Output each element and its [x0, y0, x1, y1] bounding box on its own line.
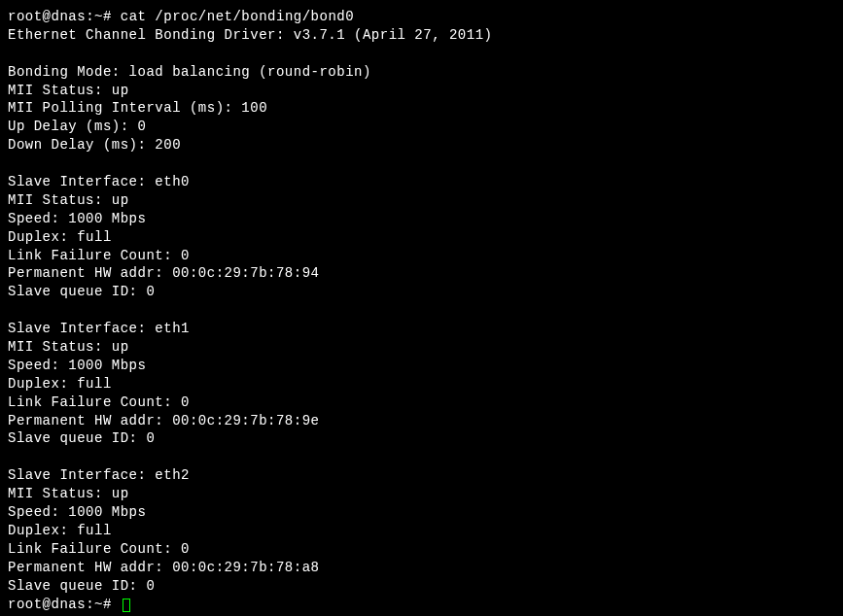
slave-hw-addr: Permanent HW addr: 00:0c:29:7b:78:9e: [8, 412, 835, 430]
slave-duplex: Duplex: full: [8, 375, 835, 394]
prompt-symbol: #: [103, 9, 112, 24]
command-text: cat /proc/net/bonding/bond0: [121, 9, 354, 24]
slave-interface: Slave Interface: eth1: [8, 320, 835, 338]
slave-speed: Speed: 1000 Mbps: [8, 210, 835, 228]
output-mii-polling: MII Polling Interval (ms): 100: [8, 99, 835, 118]
output-down-delay: Down Delay (ms): 200: [8, 136, 835, 154]
cursor-icon: [123, 599, 130, 612]
prompt-path: ~: [94, 597, 103, 612]
prompt-separator: :: [86, 9, 94, 24]
prompt-separator: :: [86, 597, 94, 612]
prompt-user-host: root@dnas: [8, 9, 86, 24]
slave-speed: Speed: 1000 Mbps: [8, 357, 835, 375]
prompt-line-1[interactable]: root@dnas:~# cat /proc/net/bonding/bond0: [8, 8, 835, 26]
slave-hw-addr: Permanent HW addr: 00:0c:29:7b:78:a8: [8, 559, 835, 577]
slave-queue-id: Slave queue ID: 0: [8, 577, 835, 596]
slave-mii-status: MII Status: up: [8, 338, 835, 357]
blank-line: [8, 448, 835, 466]
prompt-line-2[interactable]: root@dnas:~#: [8, 596, 835, 614]
blank-line: [8, 45, 835, 63]
slave-mii-status: MII Status: up: [8, 191, 835, 210]
slave-speed: Speed: 1000 Mbps: [8, 503, 835, 522]
slave-queue-id: Slave queue ID: 0: [8, 283, 835, 301]
slave-interface: Slave Interface: eth2: [8, 466, 835, 485]
slave-hw-addr: Permanent HW addr: 00:0c:29:7b:78:94: [8, 264, 835, 283]
blank-line: [8, 154, 835, 173]
slave-link-failure: Link Failure Count: 0: [8, 394, 835, 412]
prompt-symbol: #: [103, 597, 112, 612]
output-up-delay: Up Delay (ms): 0: [8, 118, 835, 136]
output-mii-status: MII Status: up: [8, 82, 835, 100]
slave-queue-id: Slave queue ID: 0: [8, 429, 835, 448]
output-driver-line: Ethernet Channel Bonding Driver: v3.7.1 …: [8, 26, 835, 45]
slave-link-failure: Link Failure Count: 0: [8, 247, 835, 265]
output-bonding-mode: Bonding Mode: load balancing (round-robi…: [8, 63, 835, 82]
blank-line: [8, 301, 835, 320]
prompt-path: ~: [94, 9, 103, 24]
slave-duplex: Duplex: full: [8, 522, 835, 540]
prompt-user-host: root@dnas: [8, 597, 86, 612]
slave-duplex: Duplex: full: [8, 228, 835, 247]
slave-link-failure: Link Failure Count: 0: [8, 540, 835, 559]
slave-mii-status: MII Status: up: [8, 485, 835, 503]
slave-interface: Slave Interface: eth0: [8, 173, 835, 191]
